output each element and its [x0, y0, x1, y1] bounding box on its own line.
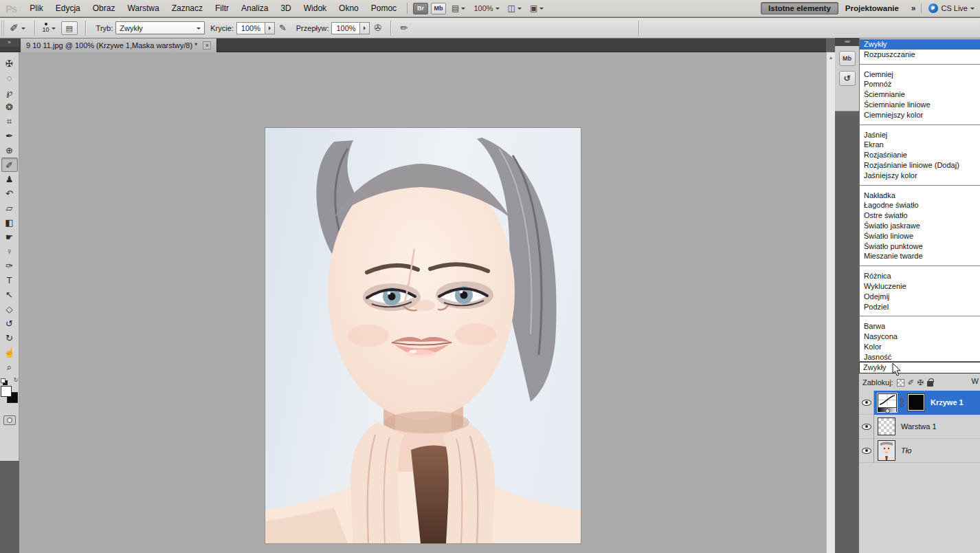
canvas-photo[interactable]	[265, 128, 581, 543]
menu-plik[interactable]: Plik	[23, 3, 49, 13]
blend-mode-różnica[interactable]: Różnica	[860, 271, 980, 281]
blend-mode-ostre-światło[interactable]: Ostre światło	[860, 210, 980, 221]
eraser-tool[interactable]: ▱	[1, 201, 18, 215]
blend-mode-barwa[interactable]: Barwa	[860, 321, 980, 332]
blend-mode-światło-liniowe[interactable]: Światło liniowe	[860, 231, 980, 241]
blend-mode-rozjaśnianie-liniowe-dodaj-[interactable]: Rozjaśnianie liniowe (Dodaj)	[860, 160, 980, 171]
blend-mode-ściemnianie-liniowe[interactable]: Ściemnianie liniowe	[860, 100, 980, 110]
visibility-toggle[interactable]	[859, 439, 874, 463]
gradient-tool[interactable]: ◧	[1, 215, 18, 230]
flow-slider-button[interactable]	[360, 22, 370, 34]
crop-tool[interactable]: ⌗	[1, 114, 18, 129]
layer-row-tło[interactable]: Tło	[859, 439, 980, 463]
blend-mode-combo-options[interactable]: Zwykły	[115, 21, 205, 34]
blend-mode-combo[interactable]: Zwykły	[859, 362, 980, 373]
menu-warstwa[interactable]: Warstwa	[121, 3, 165, 13]
canvas-area[interactable]	[19, 52, 826, 553]
visibility-toggle[interactable]	[859, 391, 874, 415]
layer-row-krzywe-1[interactable]: Krzywe 1	[859, 391, 980, 415]
eyedropper-tool[interactable]: ✒	[1, 129, 18, 143]
opacity-input[interactable]: 100%	[236, 22, 265, 34]
blend-mode-ekran[interactable]: Ekran	[860, 140, 980, 150]
layer-thumbnail[interactable]	[878, 440, 895, 461]
default-colors-icon[interactable]	[1, 378, 5, 383]
screen-mode-dropdown[interactable]: ▣	[530, 3, 544, 13]
history-panel-button[interactable]: ↺	[839, 71, 856, 86]
curves-thumbnail[interactable]	[878, 393, 897, 412]
mini-bridge-panel-button[interactable]: Mb	[839, 51, 856, 66]
smudge-tool[interactable]: ☛	[1, 230, 18, 244]
document-tab[interactable]: 9 10 11.jpg @ 100% (Krzywe 1,Maska warst…	[21, 39, 217, 52]
rotate-3d-tool[interactable]: ↺	[1, 316, 18, 331]
swap-colors-icon[interactable]: ↻	[14, 377, 19, 383]
quick-selection-tool[interactable]: ❂	[1, 100, 18, 114]
blend-mode-wykluczenie[interactable]: Wykluczenie	[860, 281, 980, 292]
blend-mode-nakładka[interactable]: Nakładka	[860, 191, 980, 201]
blend-mode-pomnóż[interactable]: Pomnóż	[860, 79, 980, 89]
layer-thumbnail[interactable]	[878, 418, 895, 435]
launch-bridge-dropdown[interactable]: ▤	[452, 3, 465, 13]
clone-stamp-tool[interactable]: ♟	[1, 172, 18, 186]
history-brush-tool[interactable]: ↶	[1, 186, 18, 201]
menu-widok[interactable]: Widok	[298, 3, 333, 13]
blend-mode-kolor[interactable]: Kolor	[860, 342, 980, 352]
scroll-up-icon[interactable]: ▲	[827, 52, 835, 60]
menu-pomoc[interactable]: Pomoc	[365, 3, 403, 13]
elliptical-marquee-tool[interactable]: ◌	[1, 71, 18, 85]
menu-edycja[interactable]: Edycja	[49, 3, 87, 13]
hand-tool[interactable]: ☝	[1, 345, 18, 360]
zoom-tool[interactable]: ⌕	[1, 360, 18, 374]
tablet-pressure-size-icon[interactable]: ✏	[400, 23, 408, 33]
blend-mode-odejmij[interactable]: Odejmij	[860, 292, 980, 302]
spot-healing-brush-tool[interactable]: ⊕	[1, 143, 18, 158]
arrange-documents-dropdown[interactable]: ◫	[508, 3, 522, 13]
blend-mode-ciemniejszy-kolor[interactable]: Ciemniejszy kolor	[860, 110, 980, 120]
toggle-brush-panel-button[interactable]: ▤	[61, 21, 78, 35]
quick-mask-button[interactable]	[3, 415, 16, 425]
move-tool[interactable]: ✠	[1, 56, 18, 71]
pen-tool[interactable]: ✑	[1, 259, 18, 273]
path-selection-tool[interactable]: ↖	[1, 288, 18, 302]
blend-mode-światło-jaskrawe[interactable]: Światło jaskrawe	[860, 221, 980, 231]
visibility-toggle[interactable]	[859, 415, 874, 439]
blend-mode-ciemniej[interactable]: Ciemniej	[860, 69, 980, 80]
menu-okno[interactable]: Okno	[333, 3, 365, 13]
dock-collapse-button[interactable]: ««	[835, 38, 859, 46]
airbrush-icon[interactable]: ✇	[374, 23, 381, 33]
tool-preset-picker[interactable]: ✐	[5, 22, 30, 34]
bridge-button[interactable]: Br	[413, 3, 428, 14]
blend-mode-jasność[interactable]: Jasność	[860, 352, 980, 362]
orbit-3d-tool[interactable]: ↻	[1, 331, 18, 345]
workspace-overflow-chevrons[interactable]: »	[906, 3, 922, 13]
flow-input[interactable]: 100%	[331, 22, 360, 34]
mini-bridge-button[interactable]: Mb	[431, 3, 446, 14]
layer-content[interactable]: Warstwa 1	[874, 415, 980, 439]
blend-mode-jaśniej[interactable]: Jaśniej	[860, 130, 980, 140]
opacity-slider-button[interactable]	[265, 22, 275, 34]
canvas-vertical-scrollbar[interactable]: ▲	[826, 52, 835, 553]
toolbar-collapse-button[interactable]: »	[0, 39, 19, 47]
zoom-level-dropdown[interactable]: 100%	[474, 4, 499, 12]
blend-mode-ściemnianie[interactable]: Ściemnianie	[860, 89, 980, 100]
dodge-tool[interactable]: ♀	[1, 244, 18, 259]
workspace-istotne-elementy[interactable]: Istotne elementy	[761, 2, 838, 14]
blend-mode-jaśniejszy-kolor[interactable]: Jaśniejszy kolor	[860, 171, 980, 181]
lock-position-icon[interactable]: ✠	[917, 378, 924, 387]
blend-mode-światło-punktowe[interactable]: Światło punktowe	[860, 241, 980, 252]
blend-mode-zwykły[interactable]: Zwykły	[860, 39, 980, 50]
lock-transparency-icon[interactable]	[897, 379, 904, 387]
layer-content[interactable]: Krzywe 1	[874, 391, 980, 415]
lock-paint-icon[interactable]: ✐	[908, 378, 914, 387]
close-icon[interactable]: ×	[203, 41, 211, 50]
type-tool[interactable]: T	[1, 273, 18, 288]
blend-mode-nasycona[interactable]: Nasycona	[860, 332, 980, 342]
layer-row-warstwa-1[interactable]: Warstwa 1	[859, 415, 980, 439]
lasso-tool[interactable]: ℘	[1, 85, 18, 100]
menu-filtr[interactable]: Filtr	[209, 3, 235, 13]
blend-mode-rozpuszczanie[interactable]: Rozpuszczanie	[860, 50, 980, 60]
brush-preset-dropdown[interactable]: 10	[40, 23, 58, 33]
brush-tool[interactable]: ✐	[1, 158, 18, 172]
foreground-color-swatch[interactable]	[1, 386, 12, 397]
tablet-pressure-opacity-icon[interactable]: ✎	[279, 23, 287, 33]
menu-zaznacz[interactable]: Zaznacz	[166, 3, 209, 13]
